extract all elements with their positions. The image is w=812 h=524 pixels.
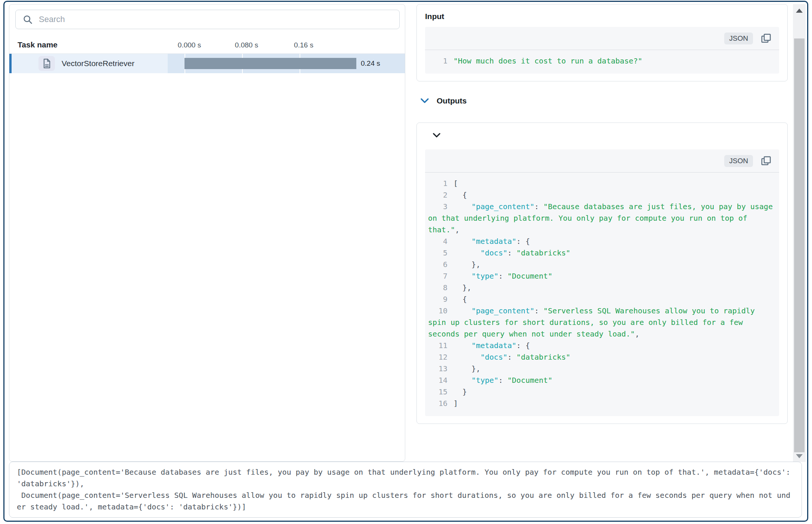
raw-output-text: [Document(page_content='Because database… xyxy=(9,462,802,518)
code-line: 9 { xyxy=(425,294,775,305)
outputs-card: JSON 1[2 {3 "page_content": xyxy=(416,123,788,424)
line-number: 16 xyxy=(428,398,447,409)
line-number: 13 xyxy=(428,363,447,375)
outputs-code-block: JSON 1[2 {3 "page_content": xyxy=(425,149,779,416)
code-line: 11 "metadata": { xyxy=(425,340,775,351)
task-table-header: Task name 0.000 s 0.080 s 0.16 s xyxy=(9,37,405,54)
outputs-item-collapse-button[interactable] xyxy=(433,133,441,138)
scrollbar-down-arrow-icon[interactable] xyxy=(796,454,803,458)
code-line: 3 "page_content": "Because databases are… xyxy=(425,201,775,236)
copy-button[interactable] xyxy=(760,33,772,44)
code-line: 13 }, xyxy=(425,363,775,375)
line-number: 10 xyxy=(428,305,447,317)
code-line: 1"How much does it cost to run a databas… xyxy=(425,55,775,67)
task-name-column-header: Task name xyxy=(18,40,58,49)
code-line: 1[ xyxy=(425,178,775,189)
task-row-vectorstoreretriever[interactable]: 0.24 s VectorStoreRetriever xyxy=(9,54,405,73)
search-box[interactable] xyxy=(15,10,400,29)
code-line: 7 "type": "Document" xyxy=(425,270,775,282)
line-number: 1 xyxy=(428,55,447,67)
code-line: 15 } xyxy=(425,386,775,398)
line-number: 7 xyxy=(428,270,447,282)
main-area: Task name 0.000 s 0.080 s 0.16 s 0.24 s xyxy=(4,2,807,462)
task-icon-chip xyxy=(38,56,55,71)
line-number: 8 xyxy=(428,282,447,294)
line-number: 15 xyxy=(428,386,447,398)
code-line: 5 "docs": "databricks" xyxy=(425,247,775,259)
input-card: Input JSON xyxy=(416,4,788,81)
code-line: 14 "type": "Document" xyxy=(425,375,775,386)
timeline-tick-1: 0.080 s xyxy=(235,41,258,49)
line-number: 11 xyxy=(428,340,447,351)
trace-tree-panel: Task name 0.000 s 0.080 s 0.16 s 0.24 s xyxy=(9,4,405,462)
code-line: 16] xyxy=(425,398,775,409)
outputs-section-header: Outputs xyxy=(420,96,788,105)
document-icon xyxy=(42,58,52,69)
line-number: 12 xyxy=(428,351,447,363)
outputs-code-header: JSON xyxy=(425,149,779,173)
duration-bar[interactable] xyxy=(185,58,356,69)
chevron-down-icon xyxy=(420,98,429,104)
json-format-badge[interactable]: JSON xyxy=(724,32,753,44)
search-input[interactable] xyxy=(38,14,393,25)
timeline-tick-0: 0.000 s xyxy=(178,41,201,49)
line-number: 4 xyxy=(428,236,447,247)
line-number: 9 xyxy=(428,294,447,305)
duration-label: 0.24 s xyxy=(361,59,380,68)
app-window: Task name 0.000 s 0.080 s 0.16 s 0.24 s xyxy=(3,1,808,522)
code-line: 12 "docs": "databricks" xyxy=(425,351,775,363)
code-line: 2 { xyxy=(425,189,775,201)
line-number: 3 xyxy=(428,201,447,213)
input-code-block: JSON 1"How much does it cost to xyxy=(425,27,779,74)
copy-icon xyxy=(760,155,772,167)
scrollbar-up-arrow-icon[interactable] xyxy=(796,9,803,13)
code-line: 4 "metadata": { xyxy=(425,236,775,247)
code-line: 6 }, xyxy=(425,259,775,270)
span-detail-content: Input JSON xyxy=(405,2,793,462)
task-name-label: VectorStoreRetriever xyxy=(62,59,134,68)
scrollbar-thumb[interactable] xyxy=(794,38,805,452)
line-number: 6 xyxy=(428,259,447,270)
json-format-badge[interactable]: JSON xyxy=(724,155,753,167)
input-section-title: Input xyxy=(425,12,779,21)
line-number: 2 xyxy=(428,189,447,201)
input-code-body: 1"How much does it cost to run a databas… xyxy=(425,50,779,74)
line-number: 1 xyxy=(428,178,447,189)
line-number: 14 xyxy=(428,375,447,386)
vertical-scrollbar[interactable] xyxy=(793,4,806,462)
line-number: 5 xyxy=(428,247,447,259)
selected-row-accent xyxy=(9,54,12,73)
outputs-section-title: Outputs xyxy=(437,96,467,105)
outputs-collapse-button[interactable] xyxy=(420,98,429,104)
span-detail-panel: Input JSON xyxy=(405,2,807,462)
code-line: 8 }, xyxy=(425,282,775,294)
timeline-zone: 0.24 s xyxy=(168,54,405,73)
chevron-down-icon xyxy=(433,133,441,138)
copy-icon xyxy=(760,33,772,44)
outputs-code-body: 1[2 {3 "page_content": "Because database… xyxy=(425,173,779,416)
input-code-header: JSON xyxy=(425,27,779,50)
code-line: 10 "page_content": "Serverless SQL Wareh… xyxy=(425,305,775,340)
copy-button[interactable] xyxy=(760,155,772,167)
search-icon xyxy=(22,14,33,25)
timeline-tick-2: 0.16 s xyxy=(294,41,313,49)
